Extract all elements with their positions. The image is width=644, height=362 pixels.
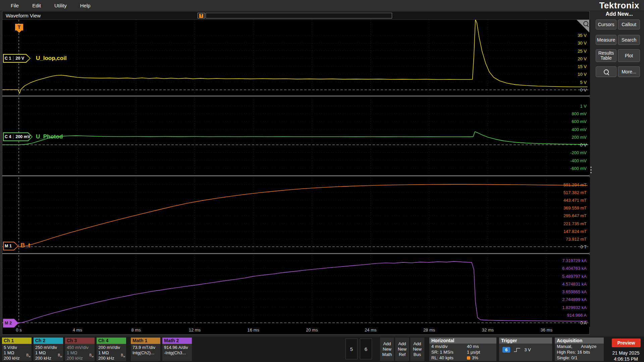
horizontal-row: RL: 40 kpts3% [429, 355, 496, 361]
channel-slot-button-5[interactable]: 5 [345, 339, 358, 359]
scale-label-math2: 3.659865 kA [562, 289, 587, 294]
scale-label-math1: 0 T [580, 244, 587, 249]
zoom-corner-button[interactable] [577, 20, 589, 33]
menu-bar: FileEditUtilityHelp [0, 0, 644, 11]
scale-label-ch4: -400 mV [570, 158, 587, 163]
scale-label-math1: 517.382 mT [564, 190, 587, 195]
trigger-source-badge[interactable]: 6 [502, 347, 510, 353]
channel-badge-math1[interactable]: M 1 [3, 242, 18, 250]
pane-ch1[interactable]: 35 V30 V25 V20 V15 V10 V5 V0 V [2, 20, 590, 95]
scale-label-ch4: 400 mV [572, 127, 587, 132]
tektronix-logo: Tektronix [599, 0, 639, 11]
bottom-badge-ch1[interactable]: Ch 15 V/div1 MΩ200 kHzBw [2, 338, 32, 361]
channel-slot-button-6[interactable]: 6 [360, 339, 372, 359]
trigger-panel[interactable]: Trigger 6 3 V [499, 338, 552, 361]
channel-name-ch4[interactable]: U_Photod [36, 133, 63, 140]
trigger-title: Trigger [499, 338, 552, 344]
trigger-position-marker[interactable]: T [198, 13, 205, 18]
acquisition-window-rect[interactable] [206, 13, 392, 18]
scale-label-math1: 443.471 mT [564, 198, 587, 203]
horizontal-row: 4 ms/div40 ms [429, 344, 496, 349]
acquisition-title: Acquisition [555, 338, 604, 344]
pane-math1[interactable]: 591.294 mT517.382 mT443.471 mT369.559 mT… [2, 177, 590, 252]
horizontal-panel[interactable]: Horizontal 4 ms/div40 msSR: 1 MS/s1 µs/p… [429, 338, 496, 361]
badge-body: 73.9 mT/divIntg(Ch2)... [131, 344, 160, 360]
menu-edit[interactable]: Edit [30, 3, 44, 8]
bottom-badge-math2[interactable]: Math 2914.96 A/div-Intg(Ch3... [162, 338, 192, 361]
bandwidth-icon: Bw [90, 353, 94, 359]
waveform-window: Waveform View T 35 V30 V25 V20 V15 V10 V… [2, 11, 590, 335]
badge-channel-scale: 20 V [13, 56, 24, 61]
menu-utility[interactable]: Utility [52, 3, 69, 8]
scale-label-ch4: -200 mV [570, 150, 587, 155]
bottom-badge-ch3[interactable]: Ch 3450 mV/div1 MΩ200 kHzBw [65, 338, 95, 361]
badge-header: Math 1 [131, 338, 160, 344]
scale-label-math2: 6.404763 kA [562, 266, 587, 271]
add-btn-line: New [413, 347, 422, 352]
bottom-badge-math1[interactable]: Math 173.9 mT/divIntg(Ch2)... [131, 338, 160, 361]
channel-badge-ch4[interactable]: C 4200 mV [3, 132, 33, 141]
panel-resize-grip[interactable] [590, 169, 592, 171]
add-new-math-button[interactable]: AddNewMath [380, 338, 394, 361]
time-tick-label: 28 ms [423, 327, 435, 333]
scale-label-math2: 1.829932 kA [562, 305, 587, 310]
acquisition-mode-row: Manual, Analyze [555, 344, 604, 349]
trace-ch4[interactable] [3, 132, 588, 145]
scale-label-ch1: 30 V [578, 41, 587, 46]
time-tick-label: 20 ms [306, 327, 318, 333]
add-btn-line: Math [382, 352, 392, 357]
scale-label-math2: 4.574831 kA [562, 281, 587, 286]
trace-ch1[interactable] [3, 20, 588, 94]
magnifier-icon [604, 69, 609, 74]
trigger-flag-icon[interactable]: T [15, 24, 23, 31]
sidebar-button-zoom[interactable] [596, 66, 616, 77]
horizontal-position-indicator[interactable]: T [198, 13, 393, 18]
pane-math2[interactable]: 7.319729 kA6.404763 kA5.489797 kA4.57483… [2, 255, 590, 327]
rising-edge-icon [514, 347, 521, 353]
badge-header: Math 2 [162, 338, 192, 344]
badge-row: 250 mV/div [35, 345, 62, 350]
bottom-status-bar: Horizontal 4 ms/div40 msSR: 1 MS/s1 µs/p… [0, 337, 644, 362]
add-btn-line: Ref [399, 352, 406, 357]
sidebar-button-plot[interactable]: Plot [618, 49, 640, 62]
bottom-badge-ch4[interactable]: Ch 4200 mV/div1 MΩ200 kHzBw [97, 338, 126, 361]
badge-body: 200 mV/div1 MΩ200 kHzBw [97, 344, 126, 360]
scale-label-ch1: 0 V [580, 87, 587, 92]
sidebar-button-cursors[interactable]: Cursors [596, 19, 616, 29]
horizontal-value-left: SR: 1 MS/s [431, 350, 453, 355]
add-new-bus-button[interactable]: AddNewBus [410, 338, 424, 361]
time-tick-label: 0 s [16, 327, 21, 333]
acquisition-analyze: Analyze [581, 344, 596, 349]
grid-math2 [2, 255, 590, 327]
menu-file[interactable]: File [8, 3, 21, 8]
badge-body: 5 V/div1 MΩ200 kHzBw [2, 344, 32, 360]
sidebar-button-measure[interactable]: Measure [596, 35, 616, 45]
channel-name-ch1[interactable]: U_loop,coil [36, 55, 67, 62]
time-tick-label: 24 ms [365, 327, 376, 333]
acquisition-panel[interactable]: Acquisition Manual, Analyze High Res: 16… [555, 338, 604, 361]
bottom-badge-ch2[interactable]: Ch 2250 mV/div1 MΩ200 kHzBw [34, 338, 63, 361]
channel-name-math1[interactable]: B_t [20, 242, 30, 249]
grid-ch1 [2, 20, 590, 95]
sidebar-button-results-table[interactable]: Results Table [596, 49, 616, 62]
badge-label: C 4200 mV [3, 132, 33, 141]
menu-help[interactable]: Help [77, 3, 93, 8]
scale-label-math1: 295.647 mT [564, 213, 587, 218]
horizontal-value-left: 4 ms/div [431, 344, 447, 349]
pane-ch4[interactable]: 1 V800 mV600 mV400 mV200 mV0 V-200 mV-40… [2, 98, 590, 175]
scale-label-ch4: 800 mV [572, 111, 587, 116]
trace-math2[interactable] [3, 261, 588, 323]
channel-badge-ch1[interactable]: C 120 V [3, 54, 31, 63]
trace-math1[interactable] [3, 184, 588, 247]
badge-label: C 120 V [3, 54, 31, 63]
badge-row: 450 mV/div [67, 345, 93, 350]
add-new-ref-button[interactable]: AddNewRef [395, 338, 409, 361]
add-btn-line: Add [413, 341, 421, 347]
channel-badge-math2[interactable]: M 2 [3, 319, 18, 327]
preview-button[interactable]: Preview [612, 339, 641, 347]
sidebar-button-search[interactable]: Search [618, 35, 640, 45]
badge-row: Intg(Ch2)... [132, 350, 159, 356]
sidebar-button-callout[interactable]: Callout [618, 19, 640, 29]
scale-label-math1: 147.824 mT [564, 229, 587, 234]
sidebar-button-more[interactable]: More... [618, 66, 640, 77]
